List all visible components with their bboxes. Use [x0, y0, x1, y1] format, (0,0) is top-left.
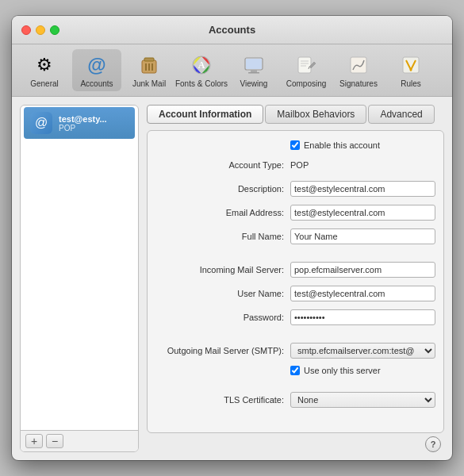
email-row: Email Address:	[155, 204, 435, 221]
toolbar-item-signatures[interactable]: Signatures	[334, 49, 383, 91]
account-type: POP	[59, 124, 107, 132]
toolbar: ⚙ General @ Accounts Junk Mail	[12, 44, 452, 97]
close-button[interactable]	[21, 25, 31, 35]
viewing-icon	[241, 52, 267, 78]
main-window: Accounts ⚙ General @ Accounts Junk Mail	[12, 16, 452, 460]
accounts-sidebar: @ test@esty... POP + −	[20, 105, 139, 452]
toolbar-item-composing[interactable]: Composing	[282, 49, 331, 91]
toolbar-label-fontscolors: Fonts & Colors	[175, 79, 228, 88]
description-label: Description:	[155, 184, 290, 194]
tab-account-information[interactable]: Account Information	[147, 105, 263, 124]
email-label: Email Address:	[155, 208, 290, 217]
fullname-input[interactable]	[290, 228, 435, 244]
minimize-button[interactable]	[36, 25, 45, 35]
svg-rect-17	[351, 57, 366, 73]
toolbar-label-rules: Rules	[401, 79, 421, 88]
remove-account-button[interactable]: −	[46, 434, 63, 448]
fullname-label: Full Name:	[155, 232, 290, 241]
svg-rect-12	[298, 57, 311, 73]
incoming-server-label: Incoming Mail Server:	[155, 265, 290, 274]
description-input[interactable]	[290, 181, 435, 197]
account-icon: @	[30, 112, 52, 134]
outgoing-server-row: Outgoing Mail Server (SMTP): smtp.efcmai…	[155, 342, 435, 359]
fullname-row: Full Name:	[155, 228, 435, 245]
account-type-label: Account Type:	[155, 160, 290, 170]
email-input[interactable]	[290, 205, 435, 221]
tls-row: TLS Certificate: None	[155, 391, 435, 409]
incoming-server-row: Incoming Mail Server:	[155, 261, 435, 278]
toolbar-label-general: General	[30, 79, 59, 88]
svg-rect-10	[251, 70, 257, 72]
password-label: Password:	[155, 313, 290, 322]
rules-icon	[398, 52, 424, 78]
titlebar: Accounts	[12, 16, 452, 44]
svg-rect-9	[246, 59, 262, 69]
tls-select[interactable]: None	[290, 392, 435, 408]
use-only-server-checkbox[interactable]	[290, 366, 300, 375]
enable-account-row: Enable this account	[155, 140, 435, 150]
description-row: Description:	[155, 180, 435, 198]
fontscolors-icon: A	[189, 52, 214, 78]
toolbar-label-junkmail: Junk Mail	[132, 79, 166, 88]
divider-1	[155, 251, 435, 261]
use-only-server-row: Use only this server	[155, 366, 435, 375]
toolbar-label-signatures: Signatures	[339, 79, 378, 88]
tab-bar: Account Information Mailbox Behaviors Ad…	[147, 105, 444, 124]
username-row: User Name:	[155, 285, 435, 302]
tls-label: TLS Certificate:	[155, 395, 290, 405]
signatures-icon	[346, 52, 371, 78]
maximize-button[interactable]	[50, 25, 59, 35]
general-icon: ⚙	[32, 52, 57, 78]
toolbar-label-viewing: Viewing	[240, 79, 268, 88]
password-input[interactable]	[290, 309, 435, 325]
svg-rect-1	[144, 58, 154, 61]
outgoing-server-label: Outgoing Mail Server (SMTP):	[155, 346, 290, 355]
svg-rect-11	[248, 72, 259, 74]
username-label: User Name:	[155, 289, 290, 298]
toolbar-label-accounts: Accounts	[80, 79, 113, 88]
outgoing-server-select[interactable]: smtp.efcmailserver.com:test@	[290, 343, 435, 359]
account-form: Enable this account Account Type: POP De…	[147, 130, 444, 433]
toolbar-item-general[interactable]: ⚙ General	[20, 49, 69, 91]
toolbar-item-fontscolors[interactable]: A Fonts & Colors	[177, 49, 226, 91]
account-name: test@esty...	[59, 114, 107, 124]
toolbar-item-viewing[interactable]: Viewing	[229, 49, 278, 91]
accounts-list: @ test@esty... POP	[21, 106, 138, 430]
incoming-server-input[interactable]	[290, 262, 435, 278]
svg-text:A: A	[198, 60, 205, 71]
sidebar-account-item[interactable]: @ test@esty... POP	[24, 107, 135, 139]
divider-3	[155, 382, 435, 391]
account-type-value: POP	[290, 160, 309, 170]
password-row: Password:	[155, 309, 435, 326]
toolbar-item-junkmail[interactable]: Junk Mail	[125, 49, 174, 91]
toolbar-item-accounts[interactable]: @ Accounts	[72, 49, 121, 91]
add-account-button[interactable]: +	[25, 434, 43, 448]
sidebar-footer: + −	[21, 430, 138, 451]
enable-account-label: Enable this account	[304, 140, 380, 150]
tab-advanced[interactable]: Advanced	[368, 105, 434, 124]
main-panel: Account Information Mailbox Behaviors Ad…	[147, 105, 444, 452]
svg-point-19	[410, 69, 412, 71]
tab-mailbox-behaviors[interactable]: Mailbox Behaviors	[265, 105, 366, 124]
username-input[interactable]	[290, 286, 435, 301]
composing-icon	[293, 52, 319, 78]
junkmail-icon	[136, 52, 162, 78]
enable-account-checkbox[interactable]	[290, 140, 300, 150]
use-only-server-label: Use only this server	[304, 366, 381, 375]
content-area: @ test@esty... POP + − Account Informati…	[12, 97, 452, 460]
account-type-row: Account Type: POP	[155, 156, 435, 174]
help-area: ?	[147, 433, 444, 452]
window-title: Accounts	[209, 24, 255, 36]
toolbar-label-composing: Composing	[286, 79, 327, 88]
divider-2	[155, 332, 435, 342]
accounts-icon: @	[84, 52, 109, 78]
help-button[interactable]: ?	[425, 436, 441, 452]
toolbar-item-rules[interactable]: Rules	[386, 49, 435, 91]
traffic-lights	[21, 25, 59, 35]
